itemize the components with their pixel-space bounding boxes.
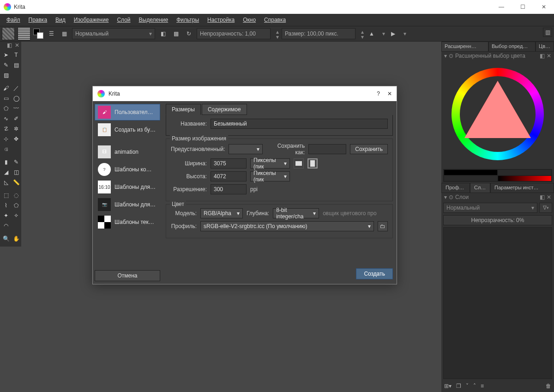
orientation-landscape[interactable] — [294, 158, 304, 169]
template-clipboard[interactable]: 📋 Создать из бу… — [95, 121, 160, 138]
lock-icon[interactable]: ⊙ — [449, 53, 453, 59]
tab-specific-color[interactable]: Выбор опред… — [488, 42, 536, 52]
toolbox-float-icon[interactable]: ◧ — [7, 42, 12, 48]
opacity-slider[interactable]: Непрозрачность: 1,00 — [197, 28, 271, 39]
gradient-swatch-button[interactable] — [2, 27, 15, 40]
tab-content[interactable]: Содержимое — [202, 104, 247, 115]
template-comic[interactable]: ? Шаблоны ко… — [95, 161, 160, 178]
lock-icon[interactable]: ⊙ — [449, 194, 453, 200]
mirror-vertical-icon[interactable]: ▶ — [388, 29, 398, 39]
layer-filter-button[interactable]: ∇▾ — [539, 203, 552, 213]
menu-file[interactable]: Файл — [3, 15, 24, 24]
tool-multibrush[interactable]: ✲ — [11, 124, 21, 134]
size-slider[interactable]: Размер: 100,00 пикс. — [282, 28, 355, 39]
tool-transform[interactable]: ⊹ — [1, 134, 11, 144]
tool-select-bezier[interactable]: ◠ — [1, 221, 11, 231]
layer-opacity-slider[interactable]: Непрозрачность: 0% — [443, 215, 552, 225]
tool-gradient[interactable]: ◢ — [1, 167, 11, 177]
width-unit-select[interactable]: Пикселы (пик▾ — [250, 158, 290, 169]
color-model-select[interactable]: RGB/Alpha▾ — [200, 208, 243, 218]
tool-brush[interactable]: 🖌 — [1, 83, 11, 93]
template-custom[interactable]: 🖌 Пользовател… — [95, 104, 160, 121]
tab-layers[interactable]: Сл… — [470, 183, 490, 193]
color-swatch-bar[interactable] — [443, 169, 552, 182]
name-input[interactable]: Безымянный — [211, 119, 388, 129]
browse-profile-button[interactable]: 🗀 — [378, 221, 388, 231]
tool-rectangle[interactable]: ▭ — [1, 93, 11, 103]
float-panel-icon[interactable]: ◧ — [540, 53, 545, 59]
menu-edit[interactable]: Правка — [25, 15, 51, 24]
move-layer-down-button[interactable]: ˅ — [466, 383, 469, 389]
tool-fill[interactable]: ▮ — [1, 157, 11, 167]
tool-ellipse[interactable]: ◯ — [11, 93, 21, 103]
alpha-lock-icon[interactable]: ▩ — [171, 29, 181, 39]
mirror-v-dropdown[interactable]: ▾ — [403, 30, 406, 37]
template-dslr[interactable]: 📷 Шаблоны для… — [95, 196, 160, 213]
save-preset-button[interactable]: Сохранить — [350, 144, 388, 154]
float-panel-icon[interactable]: ◧ — [540, 194, 545, 200]
menu-layer[interactable]: Слой — [113, 15, 134, 24]
tool-polygon[interactable]: ⬠ — [1, 103, 11, 114]
tool-calligraphy[interactable]: ▤ — [11, 60, 21, 70]
orientation-portrait[interactable] — [307, 158, 318, 169]
dialog-close-button[interactable]: ✕ — [387, 90, 392, 97]
toolbox-close-icon[interactable]: ✕ — [15, 42, 19, 48]
resolution-input[interactable]: 300 — [211, 184, 247, 194]
menu-select[interactable]: Выделение — [135, 15, 172, 24]
workspace-chooser-icon[interactable]: ▥ — [543, 28, 552, 37]
tab-tool-options[interactable]: Параметры инст… — [490, 183, 554, 193]
fg-bg-color-button[interactable] — [33, 29, 43, 39]
add-layer-button[interactable]: ⊞▾ — [444, 383, 452, 389]
tool-select-contiguous[interactable]: ✦ — [1, 211, 11, 221]
tool-freehand-path[interactable]: ✐ — [11, 114, 21, 124]
template-film-1610[interactable]: 16:10 Шаблоны для… — [95, 179, 160, 195]
layer-properties-button[interactable]: ≡ — [481, 383, 484, 389]
close-panel-icon[interactable]: ✕ — [547, 194, 551, 200]
tool-line[interactable]: ／ — [11, 83, 21, 93]
window-close-button[interactable]: ✕ — [537, 4, 550, 10]
size-step-down[interactable]: ▾ — [361, 34, 364, 39]
tool-move[interactable]: ✥ — [11, 134, 21, 144]
saveas-input[interactable] — [308, 144, 346, 154]
tool-color-picker[interactable]: ✎ — [11, 157, 21, 167]
layer-blend-select[interactable]: Нормальный ▾ — [443, 203, 537, 213]
brush-presets-icon[interactable]: ▦ — [59, 29, 69, 39]
color-wheel[interactable] — [441, 60, 554, 168]
close-panel-icon[interactable]: ✕ — [547, 53, 551, 59]
create-button[interactable]: Создать — [356, 268, 393, 279]
tab-profiles[interactable]: Профил… — [441, 183, 470, 193]
tool-measure[interactable]: 📏 — [11, 177, 21, 187]
tool-smart-patch[interactable]: ◫ — [11, 167, 21, 177]
tool-pan[interactable]: ✋ — [11, 234, 21, 244]
tab-dimensions[interactable]: Размеры — [166, 104, 201, 115]
tool-select-polygon[interactable]: ⬠ — [11, 200, 21, 211]
preset-select[interactable]: ▾ — [229, 144, 263, 154]
height-unit-select[interactable]: Пикселы (пик▾ — [250, 171, 290, 181]
collapse-icon[interactable]: ▾ — [444, 194, 447, 200]
template-animation[interactable]: 🎞 animation — [95, 144, 160, 160]
opacity-step-down[interactable]: ▾ — [276, 34, 279, 39]
window-minimize-button[interactable]: — — [495, 4, 508, 10]
move-layer-up-button[interactable]: ˄ — [473, 383, 476, 389]
tool-shape-edit[interactable]: ✎ — [1, 60, 11, 70]
tool-crop[interactable]: ⟃ — [1, 144, 11, 154]
tool-polyline[interactable]: 〰 — [11, 103, 21, 114]
tool-select-ellipse[interactable]: ◌ — [11, 190, 21, 200]
menu-window[interactable]: Окно — [239, 15, 259, 24]
tool-pattern-edit[interactable]: ▨ — [1, 70, 11, 80]
menu-filters[interactable]: Фильтры — [173, 15, 203, 24]
dialog-help-button[interactable]: ? — [377, 90, 380, 97]
tool-dynamic-brush[interactable]: ☡ — [1, 124, 11, 134]
collapse-icon[interactable]: ▾ — [444, 53, 447, 59]
duplicate-layer-button[interactable]: ❐ — [456, 383, 461, 389]
tab-colors[interactable]: Цв… — [536, 42, 554, 52]
pattern-swatch-button[interactable] — [18, 27, 30, 40]
delete-layer-button[interactable]: 🗑 — [546, 383, 551, 389]
tool-zoom[interactable]: 🔍 — [1, 234, 11, 244]
window-maximize-button[interactable]: ☐ — [516, 4, 529, 10]
tool-move-cursor[interactable]: ➤ — [1, 50, 11, 60]
menu-view[interactable]: Вид — [52, 15, 69, 24]
menu-image[interactable]: Изображение — [70, 15, 113, 24]
height-input[interactable]: 4072 — [211, 171, 247, 181]
menu-help[interactable]: Справка — [260, 15, 289, 24]
